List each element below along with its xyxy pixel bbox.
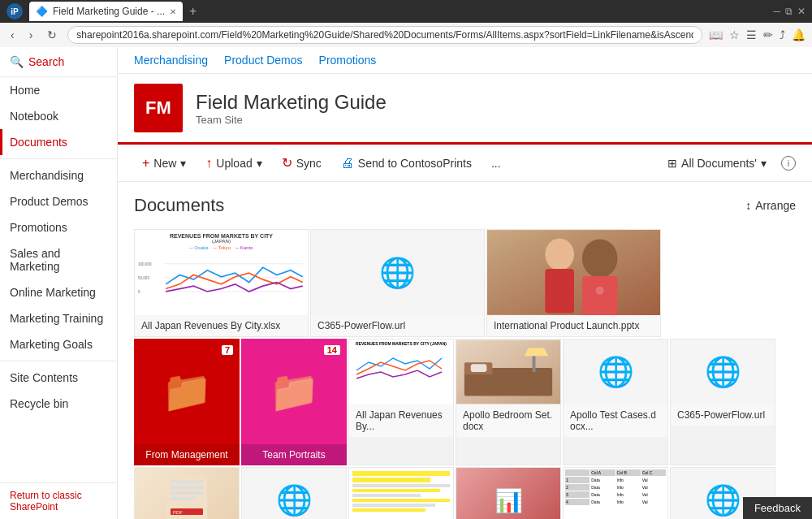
svg-rect-20 [171, 486, 203, 489]
view-selector[interactable]: ⊞ All Documents' ▾ [659, 153, 775, 174]
breadcrumb-promotions[interactable]: Promotions [319, 54, 377, 67]
feedback-button[interactable]: Feedback [743, 497, 812, 519]
hub-icon[interactable]: ☰ [746, 28, 757, 41]
reader-view-icon[interactable]: 📖 [709, 28, 723, 41]
sync-button[interactable]: ↻ Sync [274, 151, 330, 175]
doc-tile-intl-launch[interactable]: International Product Launch.pptx [486, 229, 661, 337]
sidebar-item-label: Marketing Training [10, 312, 103, 325]
folder-tile-from-management[interactable]: 7 📁 From Management [134, 339, 240, 465]
doc-tile-contract-proposals[interactable]: Contract Proposals.d... [348, 467, 454, 519]
site-logo: FM [134, 84, 183, 132]
forward-button[interactable]: › [25, 27, 37, 43]
folder-tile-team-portraits[interactable]: 14 📁 Team Portraits [241, 339, 347, 465]
doc-tile-contoso-product[interactable]: PDF Contoso Product In... [134, 467, 240, 519]
ppt-preview: 📊 [456, 468, 560, 519]
more-label: ... [491, 157, 501, 170]
sync-label: Sync [296, 157, 322, 170]
sidebar-item-notebook[interactable]: Notebook [0, 103, 117, 129]
sidebar-item-label: Online Marketing [10, 286, 96, 299]
return-to-classic-link[interactable]: Return to classic SharePoint [0, 482, 117, 519]
sidebar-item-merchandising[interactable]: Merchandising [0, 162, 117, 188]
refresh-button[interactable]: ↻ [43, 27, 61, 43]
doc-tile-contoso-purchasing[interactable]: 🌐 Contoso Purchasing Pro... [241, 467, 347, 519]
active-tab[interactable]: 🔷 Field Marketing Guide - ... ✕ [29, 2, 183, 21]
tab-favicon: 🔷 [36, 6, 48, 17]
close-window-button[interactable]: ✕ [797, 6, 806, 17]
notifications-icon[interactable]: 🔔 [792, 28, 806, 41]
doc-tile-name: Apollo Test Cases.docx... [564, 404, 667, 437]
new-button[interactable]: + New ▾ [134, 152, 194, 175]
sidebar-divider-2 [0, 361, 117, 361]
chart-svg-2 [351, 346, 451, 391]
doc-grid-row2: 7 📁 From Management 14 📁 Team Portraits [134, 339, 796, 465]
upload-button[interactable]: ↑ Upload ▾ [197, 152, 270, 175]
arrange-label: Arrange [755, 199, 796, 212]
notes-icon[interactable]: ✏ [763, 28, 773, 41]
url-bar[interactable] [67, 26, 702, 44]
site-logo-text: FM [145, 97, 171, 119]
svg-rect-16 [533, 356, 536, 372]
chart-legend: ─ Osaka ─ Tokyo ─ Kanto [138, 245, 304, 250]
doc-tile-employee-health[interactable]: Col A Col B Col C 1 Data Info Val 2 Data… [563, 467, 668, 519]
ppt-icon: 📊 [495, 487, 523, 514]
doc-tile-japan-revenues-2[interactable]: REVENUES FROM MARKETS BY CITY (JAPAN) Al… [348, 339, 454, 465]
sidebar-item-label: Site Contents [10, 371, 78, 384]
share-icon[interactable]: ⤴ [780, 28, 785, 41]
sidebar-item-recycle-bin[interactable]: Recycle bin [0, 391, 117, 417]
doc-tile-apollo-test[interactable]: 🌐 Apollo Test Cases.docx... [563, 339, 668, 465]
svg-text:100,000: 100,000 [138, 262, 152, 266]
restore-button[interactable]: ⧉ [785, 6, 793, 17]
tab-close-button[interactable]: ✕ [170, 7, 176, 16]
sidebar-item-marketing-training[interactable]: Marketing Training [0, 305, 117, 331]
docs-title: Documents [134, 195, 224, 216]
doc-tile-c365-2[interactable]: 🌐 C365-PowerFlow.url [670, 339, 775, 465]
svg-point-9 [582, 239, 618, 278]
minimize-button[interactable]: ─ [773, 6, 780, 17]
breadcrumb-merchandising[interactable]: Merchandising [134, 54, 208, 67]
new-label: New [153, 157, 176, 170]
return-classic-label: Return to classic SharePoint [10, 490, 82, 513]
doc-tile-powerflow[interactable]: 🌐 C365-PowerFlow.url [310, 229, 485, 337]
sidebar-item-documents[interactable]: Documents [0, 129, 117, 155]
doc-tile-cr227[interactable]: 📊 CR-227 Product Overvie... [456, 467, 561, 519]
tab-bar: iP 🔷 Field Marketing Guide - ... ✕ + ─ ⧉… [0, 0, 812, 23]
sidebar-bottom: Return to classic SharePoint [0, 482, 117, 519]
sidebar-item-online-marketing[interactable]: Online Marketing [0, 279, 117, 305]
info-button[interactable]: i [781, 156, 796, 171]
sidebar-item-site-contents[interactable]: Site Contents [0, 365, 117, 391]
svg-text:0: 0 [138, 290, 140, 294]
chart-subtitle: (JAPAN) [138, 239, 304, 244]
new-chevron-icon: ▾ [180, 157, 186, 170]
sidebar-item-home[interactable]: Home [0, 77, 117, 103]
new-tab-button[interactable]: + [189, 4, 197, 19]
chart-title: REVENUES FROM MARKETS BY CITY [138, 233, 304, 239]
view-grid-icon: ⊞ [667, 157, 677, 170]
send-to-button[interactable]: 🖨 Send to ContosoPrints [333, 152, 480, 175]
sidebar-item-label: Promotions [10, 221, 67, 234]
sidebar-item-marketing-goals[interactable]: Marketing Goals [0, 331, 117, 357]
sidebar-search[interactable]: 🔍 Search [0, 47, 117, 77]
breadcrumb-bar: Merchandising Product Demos Promotions [118, 47, 812, 74]
doc-grid-row3: PDF Contoso Product In... 🌐 Contoso Purc… [134, 467, 796, 519]
site-info: Field Marketing Guide Team Site [196, 91, 387, 126]
favorites-icon[interactable]: ☆ [729, 28, 740, 41]
site-title: Field Marketing Guide [196, 91, 387, 114]
sidebar-item-promotions[interactable]: Promotions [0, 214, 117, 240]
folder-icon: 📁 [162, 368, 212, 415]
arrange-button[interactable]: ↕ Arrange [745, 199, 796, 212]
nav-icons: 📖 ☆ ☰ ✏ ⤴ 🔔 [709, 28, 806, 41]
back-button[interactable]: ‹ [6, 27, 19, 43]
sidebar-item-sales-and-marketing[interactable]: Sales and Marketing [0, 240, 117, 279]
doc-tile-japan-revenues[interactable]: REVENUES FROM MARKETS BY CITY (JAPAN) ─ … [134, 229, 309, 337]
more-button[interactable]: ... [483, 153, 509, 174]
svg-text:PDF: PDF [173, 510, 183, 515]
breadcrumb-product-demos[interactable]: Product Demos [224, 54, 302, 67]
chart-area: 100,000 50,000 0 [138, 252, 304, 312]
doc-tile-apollo-bedroom[interactable]: Apollo Bedroom Set.docx [456, 339, 561, 465]
site-header: FM Field Marketing Guide Team Site [118, 74, 812, 145]
nav-bar: ‹ › ↻ 📖 ☆ ☰ ✏ ⤴ 🔔 [0, 23, 812, 47]
pdf-svg: PDF [166, 476, 207, 519]
toolbar-right: ⊞ All Documents' ▾ i [659, 153, 796, 174]
people-svg [487, 230, 660, 315]
sidebar-item-product-demos[interactable]: Product Demos [0, 188, 117, 214]
